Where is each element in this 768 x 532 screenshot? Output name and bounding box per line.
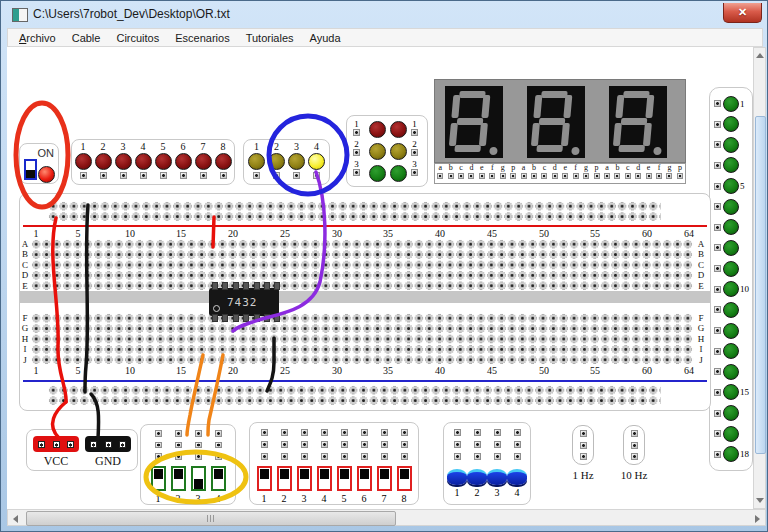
red-switch-6[interactable] [357, 466, 372, 491]
green-switch-1[interactable] [151, 466, 166, 491]
button-pin[interactable] [514, 453, 521, 460]
switch-pin[interactable] [155, 442, 162, 449]
mixed-red-led-a[interactable] [369, 121, 386, 138]
scroll-up-icon[interactable] [756, 53, 764, 58]
switch-pin[interactable] [341, 453, 348, 460]
switch-knob[interactable] [300, 469, 309, 479]
led-pin[interactable] [253, 172, 260, 179]
seven-segment-display-3[interactable] [609, 86, 667, 158]
led-pin[interactable] [180, 172, 187, 179]
seg-pin[interactable] [479, 173, 485, 179]
breadboard-top-rail-holes[interactable] [48, 201, 661, 222]
vcc-terminal[interactable] [33, 436, 79, 452]
seg-pin[interactable] [500, 173, 506, 179]
switch-pin[interactable] [281, 453, 288, 460]
seg-pin[interactable] [583, 173, 589, 179]
led-pin[interactable] [714, 389, 721, 396]
green-led-9[interactable] [723, 261, 739, 277]
seg-pin[interactable] [677, 173, 683, 179]
green-led-10[interactable] [723, 281, 739, 297]
led-pin[interactable] [140, 172, 147, 179]
switch-knob[interactable] [214, 469, 223, 479]
led-pin[interactable] [714, 327, 721, 334]
menu-circuitos[interactable]: Circuitos [116, 32, 159, 44]
led-pin[interactable] [714, 162, 721, 169]
push-button-3[interactable] [487, 469, 507, 485]
green-led-16[interactable] [723, 405, 739, 421]
led-pin[interactable] [714, 244, 721, 251]
led-pin[interactable] [714, 430, 721, 437]
switch-pin[interactable] [155, 453, 162, 460]
switch-pin[interactable] [321, 441, 328, 448]
seg-pin[interactable] [646, 173, 652, 179]
seg-pin[interactable] [448, 173, 454, 179]
mixed-green-led-a[interactable] [369, 165, 386, 182]
led-pin[interactable] [714, 265, 721, 272]
switch-pin[interactable] [155, 430, 162, 437]
button-pin[interactable] [494, 441, 501, 448]
scroll-left-icon[interactable] [13, 515, 18, 523]
led-pin[interactable] [411, 129, 418, 136]
button-pin[interactable] [454, 429, 461, 436]
switch-pin[interactable] [321, 453, 328, 460]
vertical-scrollbar-thumb[interactable] [755, 116, 766, 454]
switch-pin[interactable] [361, 429, 368, 436]
red-switch-8[interactable] [397, 466, 412, 491]
green-led-7[interactable] [723, 219, 739, 235]
led-pin[interactable] [714, 121, 721, 128]
chip-pin[interactable] [233, 282, 239, 290]
led-pin[interactable] [100, 172, 107, 179]
close-button[interactable]: ✕ [723, 3, 762, 23]
switch-pin[interactable] [341, 441, 348, 448]
seg-pin[interactable] [594, 173, 600, 179]
clock-pin[interactable] [631, 430, 638, 437]
led-pin[interactable] [160, 172, 167, 179]
red-switch-7[interactable] [377, 466, 392, 491]
horizontal-scrollbar-thumb[interactable] [26, 511, 396, 526]
gnd-pin[interactable] [119, 441, 126, 448]
red-switch-5[interactable] [337, 466, 352, 491]
led-pin[interactable] [714, 410, 721, 417]
seg-pin[interactable] [625, 173, 631, 179]
led-pin[interactable] [411, 169, 418, 176]
seg-pin[interactable] [604, 173, 610, 179]
red-switch-4[interactable] [317, 466, 332, 491]
led-pin[interactable] [714, 368, 721, 375]
menu-archivo[interactable]: Archivo [19, 32, 56, 44]
menu-ayuda[interactable]: Ayuda [310, 32, 341, 44]
power-led[interactable] [38, 166, 55, 183]
red-led-7[interactable] [195, 153, 212, 170]
led-pin[interactable] [120, 172, 127, 179]
chip-pin[interactable] [264, 314, 270, 322]
switch-pin[interactable] [401, 429, 408, 436]
switch-pin[interactable] [381, 453, 388, 460]
vcc-pin[interactable] [67, 441, 74, 448]
button-pin[interactable] [494, 453, 501, 460]
seg-pin[interactable] [552, 173, 558, 179]
menu-tutoriales[interactable]: Tutoriales [246, 32, 294, 44]
switch-pin[interactable] [261, 429, 268, 436]
green-led-3[interactable] [723, 137, 739, 153]
switch-pin[interactable] [321, 429, 328, 436]
mixed-yellow-led-b[interactable] [390, 143, 407, 160]
ic-7432[interactable]: 7432 [209, 288, 279, 316]
switch-knob[interactable] [320, 469, 329, 479]
clock-10hz[interactable] [623, 425, 645, 465]
led-pin[interactable] [273, 172, 280, 179]
menu-escenarios[interactable]: Escenarios [175, 32, 229, 44]
led-pin[interactable] [714, 203, 721, 210]
push-button-4[interactable] [507, 469, 527, 485]
seg-pin[interactable] [656, 173, 662, 179]
green-led-15[interactable] [723, 384, 739, 400]
clock-1hz[interactable] [572, 425, 594, 465]
led-pin[interactable] [200, 172, 207, 179]
button-pin[interactable] [494, 429, 501, 436]
red-switch-1[interactable] [257, 466, 272, 491]
green-led-11[interactable] [723, 302, 739, 318]
clock-pin[interactable] [580, 453, 587, 460]
red-led-4[interactable] [135, 153, 152, 170]
switch-pin[interactable] [215, 430, 222, 437]
yellow-led-2[interactable] [268, 153, 285, 170]
switch-pin[interactable] [261, 453, 268, 460]
green-led-1[interactable] [723, 96, 739, 112]
